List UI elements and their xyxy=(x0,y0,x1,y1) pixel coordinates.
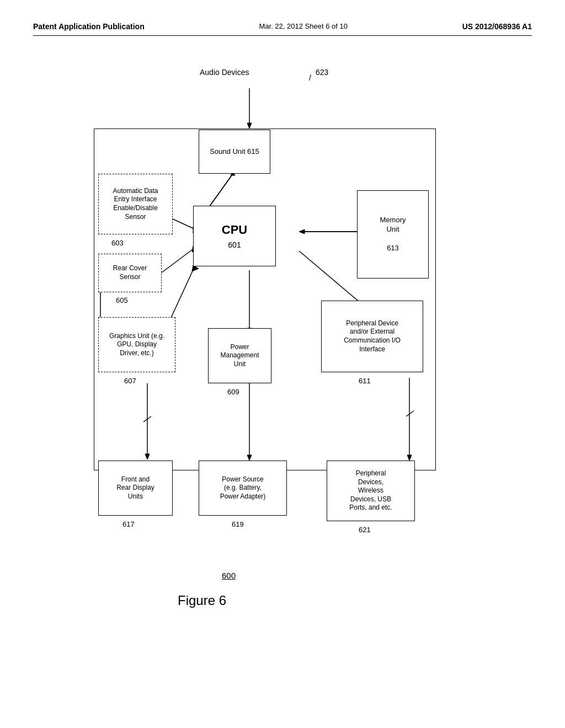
power-source-box: Power Source(e.g. Battery,Power Adapter) xyxy=(199,461,287,516)
page: Patent Application Publication Mar. 22, … xyxy=(0,0,565,728)
peripheral-device-box: Peripheral Deviceand/or ExternalCommunic… xyxy=(321,301,423,372)
header-right: US 2012/068936 A1 xyxy=(462,22,532,31)
label-611: 611 xyxy=(359,377,371,385)
memory-unit-box: MemoryUnit613 xyxy=(357,190,429,279)
power-mgmt-box: PowerManagementUnit xyxy=(208,328,271,383)
header-left: Patent Application Publication xyxy=(33,22,145,31)
cpu-box: CPU 601 xyxy=(193,206,276,266)
page-header: Patent Application Publication Mar. 22, … xyxy=(33,22,532,36)
diagram-area: Audio Devices 623 / Sound Unit 615 CPU 6… xyxy=(45,58,520,637)
figure-caption: Figure 6 xyxy=(178,593,226,608)
label-623: 623 xyxy=(316,68,328,77)
label-603: 603 xyxy=(111,239,124,247)
front-rear-display-box: Front andRear DisplayUnits xyxy=(98,461,173,516)
label-605: 605 xyxy=(116,296,128,304)
label-621: 621 xyxy=(359,526,371,534)
sound-unit-box: Sound Unit 615 xyxy=(199,130,270,174)
svg-marker-1 xyxy=(247,123,252,129)
rear-cover-sensor-box: Rear CoverSensor xyxy=(98,254,162,292)
graphics-unit-box: Graphics Unit (e.g.GPU, DisplayDriver, e… xyxy=(98,317,175,372)
peripheral-devices-box: PeripheralDevices,WirelessDevices, USBPo… xyxy=(327,461,415,521)
header-center: Mar. 22, 2012 Sheet 6 of 10 xyxy=(259,22,347,30)
figure-number: 600 xyxy=(222,571,236,580)
label-619: 619 xyxy=(232,520,244,528)
label-617: 617 xyxy=(122,520,135,528)
slash-623: / xyxy=(309,73,311,82)
label-609: 609 xyxy=(227,388,239,396)
label-607: 607 xyxy=(124,377,136,385)
audio-devices-label: Audio Devices xyxy=(200,68,249,77)
auto-data-entry-box: Automatic DataEntry InterfaceEnable/Disa… xyxy=(98,174,173,234)
